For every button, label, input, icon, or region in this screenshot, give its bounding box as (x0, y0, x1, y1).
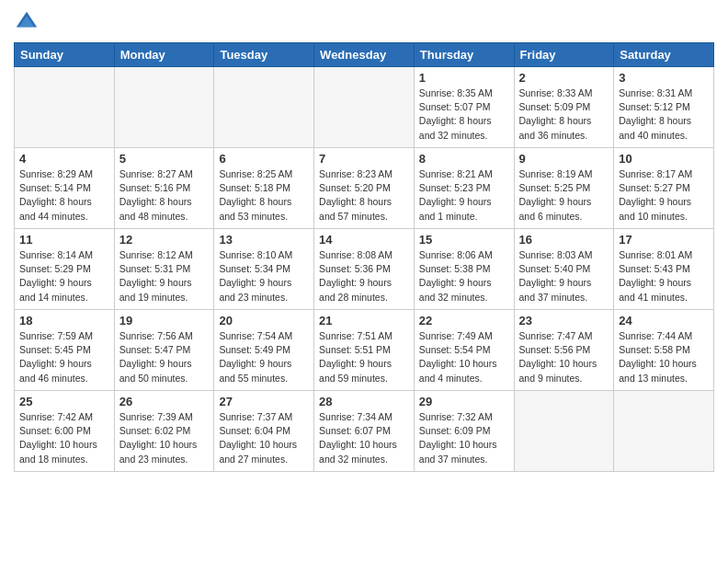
day-number: 28 (319, 395, 409, 408)
day-info: Sunrise: 7:59 AMSunset: 5:45 PMDaylight:… (19, 329, 109, 385)
calendar-week-4: 25Sunrise: 7:42 AMSunset: 6:00 PMDayligh… (15, 391, 714, 472)
day-info: Sunrise: 8:03 AMSunset: 5:40 PMDaylight:… (519, 248, 609, 304)
calendar-cell: 8Sunrise: 8:21 AMSunset: 5:23 PMDaylight… (414, 148, 514, 229)
weekday-header-row: SundayMondayTuesdayWednesdayThursdayFrid… (15, 43, 714, 67)
day-info: Sunrise: 7:49 AMSunset: 5:54 PMDaylight:… (419, 329, 509, 385)
day-number: 18 (19, 314, 109, 327)
calendar-cell: 14Sunrise: 8:08 AMSunset: 5:36 PMDayligh… (314, 229, 415, 310)
calendar-week-0: 1Sunrise: 8:35 AMSunset: 5:07 PMDaylight… (15, 67, 714, 148)
day-info: Sunrise: 8:29 AMSunset: 5:14 PMDaylight:… (19, 167, 109, 224)
day-number: 23 (519, 314, 609, 327)
day-info: Sunrise: 8:14 AMSunset: 5:29 PMDaylight:… (19, 248, 109, 304)
day-info: Sunrise: 7:34 AMSunset: 6:07 PMDaylight:… (319, 410, 409, 466)
day-number: 12 (119, 233, 210, 247)
calendar-cell (114, 67, 214, 148)
day-number: 20 (219, 314, 309, 327)
calendar-cell: 24Sunrise: 7:44 AMSunset: 5:58 PMDayligh… (614, 310, 714, 391)
day-number: 27 (219, 395, 309, 408)
day-number: 10 (619, 152, 709, 166)
calendar-cell: 27Sunrise: 7:37 AMSunset: 6:04 PMDayligh… (214, 391, 314, 472)
day-info: Sunrise: 8:21 AMSunset: 5:23 PMDaylight:… (419, 167, 509, 224)
day-info: Sunrise: 8:23 AMSunset: 5:20 PMDaylight:… (319, 167, 409, 224)
day-number: 21 (319, 314, 409, 327)
logo (14, 9, 43, 35)
day-info: Sunrise: 8:10 AMSunset: 5:34 PMDaylight:… (219, 248, 309, 304)
day-info: Sunrise: 8:01 AMSunset: 5:43 PMDaylight:… (619, 248, 709, 304)
weekday-header-tuesday: Tuesday (214, 43, 314, 67)
day-number: 24 (619, 314, 709, 327)
weekday-header-wednesday: Wednesday (314, 43, 415, 67)
day-info: Sunrise: 8:27 AMSunset: 5:16 PMDaylight:… (119, 167, 210, 224)
calendar-cell (15, 67, 115, 148)
weekday-header-sunday: Sunday (15, 43, 115, 67)
day-info: Sunrise: 7:42 AMSunset: 6:00 PMDaylight:… (19, 410, 109, 466)
calendar-week-2: 11Sunrise: 8:14 AMSunset: 5:29 PMDayligh… (15, 229, 714, 310)
day-info: Sunrise: 8:06 AMSunset: 5:38 PMDaylight:… (419, 248, 509, 304)
day-number: 3 (619, 71, 709, 85)
calendar-week-1: 4Sunrise: 8:29 AMSunset: 5:14 PMDaylight… (15, 148, 714, 229)
calendar-cell: 2Sunrise: 8:33 AMSunset: 5:09 PMDaylight… (514, 67, 614, 148)
calendar-cell (314, 67, 415, 148)
calendar-cell (214, 67, 314, 148)
page: SundayMondayTuesdayWednesdayThursdayFrid… (0, 0, 728, 563)
day-info: Sunrise: 8:25 AMSunset: 5:18 PMDaylight:… (219, 167, 309, 224)
day-info: Sunrise: 7:56 AMSunset: 5:47 PMDaylight:… (119, 329, 210, 385)
day-number: 4 (19, 152, 109, 166)
day-number: 6 (219, 152, 309, 166)
day-info: Sunrise: 8:08 AMSunset: 5:36 PMDaylight:… (319, 248, 409, 304)
calendar-cell: 16Sunrise: 8:03 AMSunset: 5:40 PMDayligh… (514, 229, 614, 310)
day-number: 2 (519, 71, 609, 85)
calendar-week-3: 18Sunrise: 7:59 AMSunset: 5:45 PMDayligh… (15, 310, 714, 391)
calendar-cell: 23Sunrise: 7:47 AMSunset: 5:56 PMDayligh… (514, 310, 614, 391)
day-number: 13 (219, 233, 309, 247)
calendar-cell: 5Sunrise: 8:27 AMSunset: 5:16 PMDaylight… (114, 148, 214, 229)
day-info: Sunrise: 8:33 AMSunset: 5:09 PMDaylight:… (519, 86, 609, 143)
day-info: Sunrise: 7:32 AMSunset: 6:09 PMDaylight:… (419, 410, 509, 466)
day-number: 1 (419, 71, 509, 85)
calendar-cell: 1Sunrise: 8:35 AMSunset: 5:07 PMDaylight… (414, 67, 514, 148)
day-number: 26 (119, 395, 210, 408)
calendar-cell: 17Sunrise: 8:01 AMSunset: 5:43 PMDayligh… (614, 229, 714, 310)
day-info: Sunrise: 8:31 AMSunset: 5:12 PMDaylight:… (619, 86, 709, 143)
day-info: Sunrise: 8:17 AMSunset: 5:27 PMDaylight:… (619, 167, 709, 224)
calendar-cell (514, 391, 614, 472)
day-info: Sunrise: 7:44 AMSunset: 5:58 PMDaylight:… (619, 329, 709, 385)
day-number: 17 (619, 233, 709, 247)
day-number: 11 (19, 233, 109, 247)
calendar-cell: 22Sunrise: 7:49 AMSunset: 5:54 PMDayligh… (414, 310, 514, 391)
calendar-cell: 25Sunrise: 7:42 AMSunset: 6:00 PMDayligh… (15, 391, 115, 472)
day-info: Sunrise: 8:19 AMSunset: 5:25 PMDaylight:… (519, 167, 609, 224)
calendar-cell: 20Sunrise: 7:54 AMSunset: 5:49 PMDayligh… (214, 310, 314, 391)
day-info: Sunrise: 7:54 AMSunset: 5:49 PMDaylight:… (219, 329, 309, 385)
day-info: Sunrise: 7:37 AMSunset: 6:04 PMDaylight:… (219, 410, 309, 466)
calendar-cell: 29Sunrise: 7:32 AMSunset: 6:09 PMDayligh… (414, 391, 514, 472)
day-info: Sunrise: 7:39 AMSunset: 6:02 PMDaylight:… (119, 410, 210, 466)
day-info: Sunrise: 7:51 AMSunset: 5:51 PMDaylight:… (319, 329, 409, 385)
day-number: 22 (419, 314, 509, 327)
day-info: Sunrise: 8:35 AMSunset: 5:07 PMDaylight:… (419, 86, 509, 143)
calendar-cell (614, 391, 714, 472)
day-number: 29 (419, 395, 509, 408)
calendar-cell: 11Sunrise: 8:14 AMSunset: 5:29 PMDayligh… (15, 229, 115, 310)
day-info: Sunrise: 8:12 AMSunset: 5:31 PMDaylight:… (119, 248, 210, 304)
day-number: 5 (119, 152, 210, 166)
day-number: 8 (419, 152, 509, 166)
calendar-cell: 3Sunrise: 8:31 AMSunset: 5:12 PMDaylight… (614, 67, 714, 148)
day-number: 19 (119, 314, 210, 327)
weekday-header-friday: Friday (514, 43, 614, 67)
day-number: 9 (519, 152, 609, 166)
calendar-cell: 28Sunrise: 7:34 AMSunset: 6:07 PMDayligh… (314, 391, 415, 472)
day-number: 25 (19, 395, 109, 408)
weekday-header-thursday: Thursday (414, 43, 514, 67)
calendar-table: SundayMondayTuesdayWednesdayThursdayFrid… (14, 42, 714, 472)
calendar-cell: 19Sunrise: 7:56 AMSunset: 5:47 PMDayligh… (114, 310, 214, 391)
day-number: 15 (419, 233, 509, 247)
calendar-cell: 12Sunrise: 8:12 AMSunset: 5:31 PMDayligh… (114, 229, 214, 310)
calendar-cell: 15Sunrise: 8:06 AMSunset: 5:38 PMDayligh… (414, 229, 514, 310)
calendar-cell: 13Sunrise: 8:10 AMSunset: 5:34 PMDayligh… (214, 229, 314, 310)
weekday-header-saturday: Saturday (614, 43, 714, 67)
calendar-cell: 9Sunrise: 8:19 AMSunset: 5:25 PMDaylight… (514, 148, 614, 229)
header (14, 9, 714, 35)
calendar-cell: 18Sunrise: 7:59 AMSunset: 5:45 PMDayligh… (15, 310, 115, 391)
day-number: 7 (319, 152, 409, 166)
